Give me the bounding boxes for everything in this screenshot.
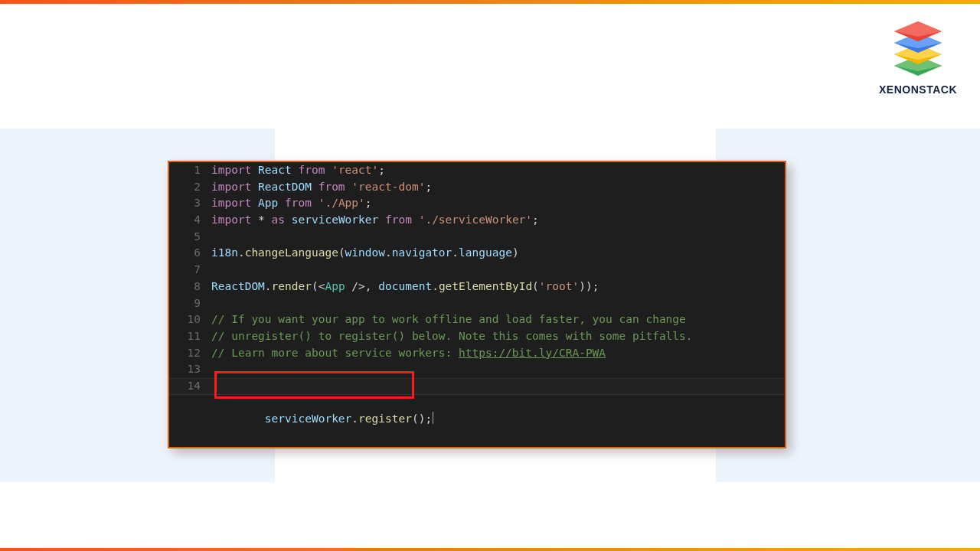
code-line-2: import ReactDOM from 'react-dom'; [211,179,785,196]
code-line-5 [211,229,785,246]
code-line-11: // unregister() to register() below. Not… [211,328,785,345]
code-line-10: // If you want your app to work offline … [211,311,785,328]
code-line-8: ReactDOM.render(<App />, document.getEle… [211,279,785,295]
stack-icon [891,21,945,79]
brand-bottom-bar [0,548,980,551]
code-line-7 [211,262,785,279]
svg-marker-7 [894,21,942,37]
code-line-13 [211,361,785,378]
code-line-14: serviceWorker.register(); [211,378,785,395]
brand-top-bar [0,0,980,4]
brand-name: XENONSTACK [879,83,957,96]
code-line-12: // Learn more about service workers: htt… [211,345,785,362]
line-number-gutter: 1 2 3 4 5 6 7 8 9 10 11 12 13 14 [169,162,211,447]
code-line-6: i18n.changeLanguage(window.navigator.lan… [211,245,785,262]
code-line-3: import App from './App'; [211,195,785,212]
code-line-4: import * as serviceWorker from './servic… [211,212,785,229]
service-worker-doc-link[interactable]: https://bit.ly/CRA-PWA [459,347,606,359]
brand-logo: XENONSTACK [879,21,957,96]
code-line-1: import React from 'react'; [211,162,785,179]
code-source: import React from 'react'; import ReactD… [211,162,785,447]
code-editor: 1 2 3 4 5 6 7 8 9 10 11 12 13 14 import … [168,161,786,448]
text-cursor [433,412,433,424]
code-line-9 [211,295,785,312]
